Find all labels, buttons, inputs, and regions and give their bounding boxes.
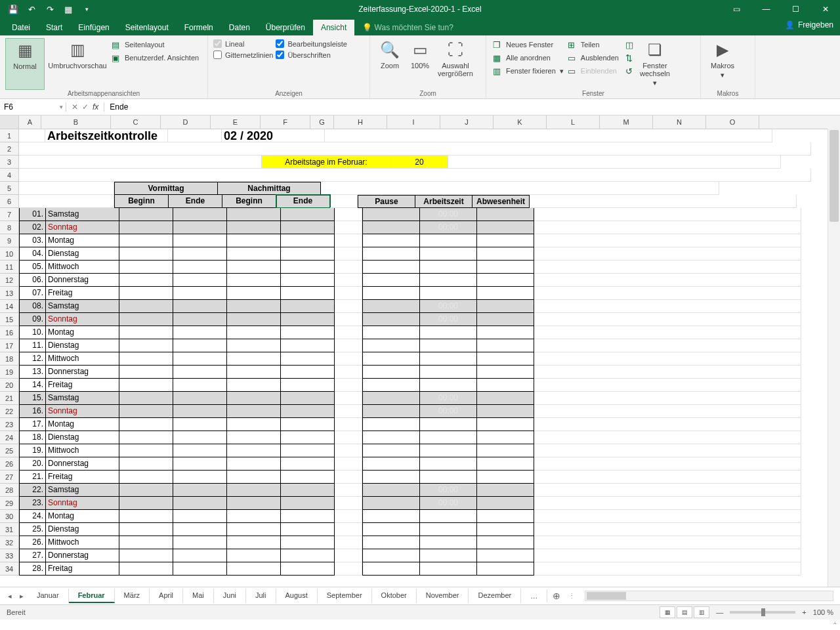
cell[interactable]: [227, 326, 281, 339]
tab-more[interactable]: …: [521, 589, 547, 602]
cell[interactable]: [227, 313, 281, 326]
cell[interactable]: [335, 484, 362, 497]
row-header[interactable]: 15: [0, 313, 19, 326]
cell[interactable]: 10.: [19, 326, 46, 339]
sync-scroll-icon[interactable]: ⇅: [624, 52, 635, 63]
switch-windows-button[interactable]: ❏Fenster wechseln ▾: [637, 38, 673, 90]
col-header-F[interactable]: F: [261, 116, 310, 129]
cell[interactable]: [335, 274, 362, 287]
cell[interactable]: [173, 287, 227, 300]
cell[interactable]: [335, 261, 362, 274]
fx-icon[interactable]: fx: [93, 102, 98, 112]
row-header[interactable]: 9: [0, 234, 19, 247]
cell[interactable]: [362, 379, 420, 392]
cell[interactable]: [281, 392, 335, 405]
tab-nav-next-icon[interactable]: ▸: [16, 592, 28, 600]
cell[interactable]: [281, 366, 335, 379]
row-header[interactable]: 1: [0, 129, 19, 142]
row-header[interactable]: 5: [0, 182, 19, 195]
cell[interactable]: Donnerstag: [46, 274, 119, 287]
cell[interactable]: [173, 523, 227, 536]
cell[interactable]: Beginn: [114, 195, 169, 208]
cell[interactable]: [227, 405, 281, 418]
cell[interactable]: [362, 562, 420, 576]
cell[interactable]: Mittwoch: [46, 444, 119, 457]
sheet-tab-dezember[interactable]: Dezember: [469, 589, 521, 603]
enter-formula-icon[interactable]: ✓: [82, 102, 89, 112]
cell[interactable]: 20: [391, 156, 448, 169]
cell[interactable]: 25.: [19, 523, 46, 536]
sheet-tab-mai[interactable]: Mai: [183, 589, 214, 603]
cell[interactable]: [420, 562, 477, 576]
cell[interactable]: [335, 457, 362, 471]
cell[interactable]: [227, 431, 281, 444]
cell[interactable]: [362, 536, 420, 549]
cell[interactable]: [477, 313, 534, 326]
col-header-L[interactable]: L: [547, 116, 600, 129]
cell[interactable]: Dienstag: [46, 523, 119, 536]
close-icon[interactable]: ✕: [810, 0, 840, 18]
sheet-tab-august[interactable]: August: [276, 589, 318, 603]
cell[interactable]: 09.: [19, 313, 46, 326]
cell[interactable]: Samstag: [46, 300, 119, 313]
cell[interactable]: [362, 392, 420, 405]
cell[interactable]: 12.: [19, 352, 46, 366]
cell[interactable]: [420, 326, 477, 339]
cell[interactable]: [281, 352, 335, 366]
row-header[interactable]: 25: [0, 444, 19, 457]
cell[interactable]: [477, 234, 534, 247]
cell[interactable]: [173, 247, 227, 261]
row-header[interactable]: 31: [0, 523, 19, 536]
cell[interactable]: 04.: [19, 247, 46, 261]
cell[interactable]: [362, 247, 420, 261]
hide-button[interactable]: ▭Ausblenden: [566, 52, 619, 63]
cell[interactable]: [335, 523, 362, 536]
cell[interactable]: [335, 444, 362, 457]
cell[interactable]: [173, 510, 227, 523]
cell[interactable]: 00:00: [420, 208, 477, 221]
cell[interactable]: [119, 497, 173, 510]
row-header[interactable]: 3: [0, 156, 19, 169]
cell[interactable]: [477, 497, 534, 510]
cell[interactable]: [420, 418, 477, 431]
cell[interactable]: [362, 457, 420, 471]
cell[interactable]: [119, 405, 173, 418]
cell[interactable]: [227, 247, 281, 261]
cell[interactable]: [335, 562, 362, 576]
cell[interactable]: [477, 523, 534, 536]
cell[interactable]: [227, 497, 281, 510]
cell[interactable]: [227, 444, 281, 457]
sheet-tab-september[interactable]: September: [318, 589, 372, 603]
cell[interactable]: [362, 444, 420, 457]
cell[interactable]: [119, 313, 173, 326]
cell[interactable]: [534, 562, 801, 576]
cell[interactable]: Donnerstag: [46, 457, 119, 471]
cell[interactable]: [281, 484, 335, 497]
cell[interactable]: Mittwoch: [46, 352, 119, 366]
col-header-H[interactable]: H: [334, 116, 387, 129]
cell[interactable]: Montag: [46, 234, 119, 247]
freeze-panes-button[interactable]: ▥Fenster fixieren ▾: [492, 66, 564, 76]
cell[interactable]: [227, 287, 281, 300]
cancel-formula-icon[interactable]: ✕: [72, 102, 78, 112]
cell[interactable]: [173, 379, 227, 392]
split-button[interactable]: ⊞Teilen: [566, 39, 619, 50]
row-header[interactable]: 13: [0, 287, 19, 300]
cell[interactable]: [420, 366, 477, 379]
row-header[interactable]: 10: [0, 247, 19, 261]
cell[interactable]: [119, 221, 173, 234]
cell[interactable]: [362, 431, 420, 444]
cell[interactable]: [227, 366, 281, 379]
cell[interactable]: [281, 549, 335, 562]
view-normal-icon[interactable]: ▦: [660, 606, 675, 618]
cell[interactable]: [362, 471, 420, 484]
cell[interactable]: [420, 274, 477, 287]
cell[interactable]: [362, 326, 420, 339]
cell[interactable]: [477, 379, 534, 392]
cell[interactable]: [534, 221, 801, 234]
cell[interactable]: [420, 536, 477, 549]
cell[interactable]: [420, 510, 477, 523]
cell[interactable]: [534, 366, 801, 379]
menu-start[interactable]: Start: [38, 20, 70, 35]
cell[interactable]: [335, 418, 362, 431]
